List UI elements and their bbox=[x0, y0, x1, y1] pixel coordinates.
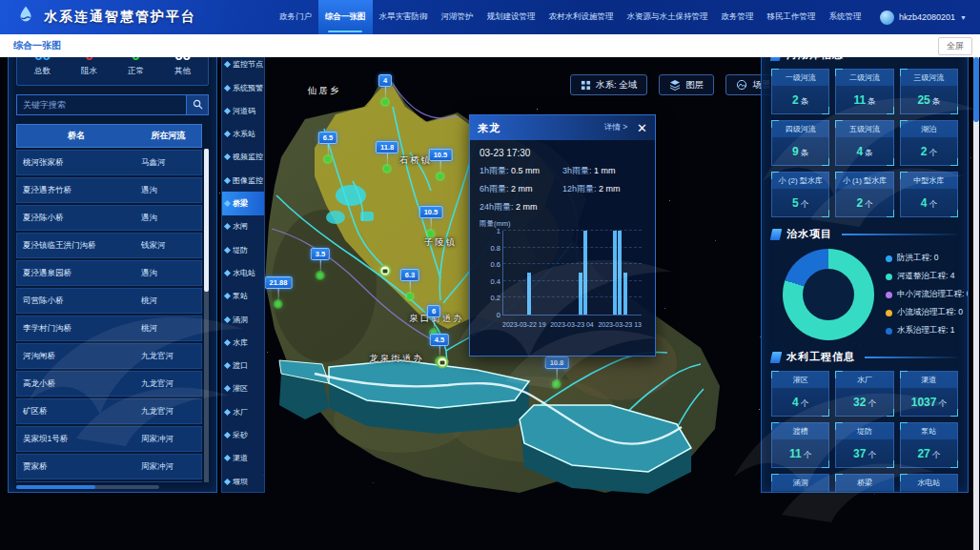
donut-hole bbox=[803, 269, 854, 320]
layer-item-水厂[interactable]: 水厂 bbox=[222, 400, 264, 423]
layers-button[interactable]: 图层 bbox=[659, 74, 714, 95]
cell-river-name: 九龙官河 bbox=[135, 372, 201, 396]
info-card: 中型水库4个 bbox=[900, 172, 958, 217]
info-card: 小 (1) 型水库2个 bbox=[835, 172, 893, 217]
layer-item-桥梁[interactable]: 桥梁 bbox=[222, 192, 264, 214]
layer-item-灌区[interactable]: 灌区 bbox=[222, 377, 264, 400]
fullscreen-button[interactable]: 全屏 bbox=[938, 37, 972, 55]
card-unit: 条 bbox=[801, 96, 809, 106]
page-scrollbar-thumb[interactable] bbox=[973, 57, 979, 122]
nav-item-政务门户[interactable]: 政务门户 bbox=[273, 0, 318, 34]
marker-stem bbox=[433, 317, 434, 330]
station-marker[interactable]: 11.8 bbox=[376, 141, 398, 172]
station-marker[interactable]: 6.5 bbox=[318, 132, 337, 162]
info-card: 渡槽11个 bbox=[771, 422, 829, 468]
table-row[interactable]: 贾家桥周家冲河 bbox=[16, 454, 202, 479]
top-navbar: 水系连通智慧管护平台 政务门户综合一张图水旱灾害防御河湖管护规划建设管理农村水利… bbox=[0, 0, 980, 34]
table-row[interactable]: 桃河张家桥马鑫河 bbox=[16, 150, 202, 175]
station-marker[interactable]: 6 bbox=[427, 305, 440, 336]
marker-value: 11.8 bbox=[376, 141, 398, 153]
layer-item-渠道[interactable]: 渠道 bbox=[222, 447, 264, 470]
table-row[interactable]: 矿区桥九龙官河 bbox=[16, 398, 202, 424]
station-marker[interactable]: 3.5 bbox=[311, 248, 330, 278]
station-marker[interactable]: 6.3 bbox=[400, 269, 419, 299]
breadcrumb: 综合一张图 bbox=[13, 39, 61, 52]
cell-river-name: 周家冲河 bbox=[135, 427, 201, 451]
popup-detail-link[interactable]: 详情 > bbox=[604, 122, 627, 133]
app-window: 水系连通智慧管护平台 政务门户综合一张图水旱灾害防御河湖管护规划建设管理农村水利… bbox=[0, 0, 980, 550]
layer-item-水库[interactable]: 水库 bbox=[222, 331, 264, 354]
table-row[interactable]: 河沟闸桥九龙官河 bbox=[16, 343, 202, 369]
layer-item-堰坝[interactable]: 堰坝 bbox=[222, 470, 264, 493]
table-row[interactable]: 高龙小桥九龙官河 bbox=[16, 371, 202, 397]
table-row[interactable]: 夏泾遇齐竹桥遇沟 bbox=[16, 177, 202, 203]
metric-label: 12h雨量: bbox=[562, 184, 599, 194]
layer-item-涵洞[interactable]: 涵洞 bbox=[222, 308, 264, 331]
layer-item-icon bbox=[224, 270, 231, 276]
layer-item-堤防[interactable]: 堤防 bbox=[222, 238, 264, 261]
layer-item-河道码[interactable]: 河道码 bbox=[222, 99, 264, 122]
layer-item-视频监控[interactable]: 视频监控 bbox=[222, 146, 264, 169]
close-icon[interactable]: ✕ bbox=[637, 122, 647, 134]
table-hscroll-thumb[interactable] bbox=[16, 485, 95, 489]
nav-item-河湖管护[interactable]: 河湖管护 bbox=[435, 0, 480, 34]
card-title: 水电站 bbox=[901, 475, 957, 491]
table-row[interactable]: 李学村门沟桥桃河 bbox=[16, 316, 202, 341]
cell-bridge-name: 桃河张家桥 bbox=[17, 151, 135, 174]
col-bridge-name: 桥名 bbox=[17, 125, 135, 147]
layer-item-icon bbox=[224, 293, 231, 299]
search-button[interactable] bbox=[186, 94, 209, 115]
table-scrollbar-thumb[interactable] bbox=[204, 149, 209, 292]
camera-marker-icon[interactable] bbox=[379, 265, 392, 277]
cell-bridge-name: 夏泾遇泉园桥 bbox=[17, 261, 135, 285]
station-marker[interactable]: 10.5 bbox=[429, 149, 453, 179]
nav-item-水资源与水土保持管理[interactable]: 水资源与水土保持管理 bbox=[621, 0, 715, 34]
camera-marker-icon[interactable] bbox=[437, 356, 449, 369]
table-row[interactable]: 司营陈小桥桃河 bbox=[16, 288, 202, 314]
watershed-scope-button[interactable]: 水系: 全域 bbox=[570, 74, 647, 95]
table-row[interactable]: 夏泾陈小桥遇沟 bbox=[16, 205, 202, 231]
layer-item-icon bbox=[224, 316, 231, 322]
nav-item-综合一张图[interactable]: 综合一张图 bbox=[318, 0, 373, 34]
table-row[interactable]: 夏泾遇泉园桥遇沟 bbox=[16, 260, 202, 286]
card-value: 66个 bbox=[836, 491, 892, 493]
layer-item-水系站[interactable]: 水系站 bbox=[222, 122, 264, 145]
layer-item-泵站[interactable]: 泵站 bbox=[222, 285, 264, 308]
table-row[interactable]: 王家桥周家冲河 bbox=[16, 481, 202, 482]
y-tick-label: 0.8 bbox=[491, 243, 500, 252]
table-row[interactable]: 吴家坝1号桥周家冲河 bbox=[16, 426, 202, 452]
search-input[interactable] bbox=[16, 94, 186, 115]
popup-header: 来龙 详情 > ✕ bbox=[470, 115, 655, 140]
layer-item-水电站[interactable]: 水电站 bbox=[222, 261, 264, 284]
station-marker[interactable]: 21.88 bbox=[265, 276, 293, 307]
station-marker[interactable]: 4 bbox=[378, 74, 392, 105]
station-marker[interactable]: 10.5 bbox=[419, 206, 443, 236]
layer-item-采砂[interactable]: 采砂 bbox=[222, 423, 264, 446]
card-value: 3个 bbox=[901, 491, 957, 493]
user-menu[interactable]: hkzb42080201 ▼ bbox=[880, 10, 980, 25]
station-marker[interactable]: 10.8 bbox=[545, 356, 569, 387]
nav-item-规划建设管理[interactable]: 规划建设管理 bbox=[480, 0, 542, 34]
nav-item-系统管理[interactable]: 系统管理 bbox=[823, 0, 868, 34]
marker-pin-icon bbox=[384, 166, 390, 172]
layer-item-label: 泵站 bbox=[233, 291, 248, 301]
nav-item-移民工作管理[interactable]: 移民工作管理 bbox=[761, 0, 823, 34]
layer-item-图像监控[interactable]: 图像监控 bbox=[222, 169, 264, 192]
info-card: 二级河流11条 bbox=[835, 69, 893, 114]
marker-pin-icon bbox=[407, 294, 413, 299]
marker-value: 21.88 bbox=[265, 276, 293, 289]
nav-item-政务管理[interactable]: 政务管理 bbox=[715, 0, 761, 34]
layer-item-系统预警[interactable]: 系统预警 bbox=[222, 76, 264, 99]
layer-item-icon bbox=[224, 432, 231, 438]
layer-item-渡口[interactable]: 渡口 bbox=[222, 354, 264, 377]
bridge-table: 桥名 所在河流 桃河张家桥马鑫河夏泾遇齐竹桥遇沟夏泾陈小桥遇沟夏泾镇临王洪门沟桥… bbox=[16, 124, 209, 482]
layer-item-水闸[interactable]: 水闸 bbox=[222, 215, 264, 238]
table-row[interactable]: 夏泾镇临王洪门沟桥钱家河 bbox=[16, 233, 202, 258]
nav-item-水旱灾害防御[interactable]: 水旱灾害防御 bbox=[373, 0, 435, 34]
card-value: 2条 bbox=[772, 86, 828, 113]
metric-value: 2 mm bbox=[511, 184, 533, 194]
legend-dot-icon bbox=[886, 328, 892, 335]
cell-bridge-name: 吴家坝1号桥 bbox=[17, 427, 135, 451]
layer-item-label: 渡口 bbox=[233, 360, 248, 371]
nav-item-农村水利设施管理[interactable]: 农村水利设施管理 bbox=[542, 0, 621, 34]
